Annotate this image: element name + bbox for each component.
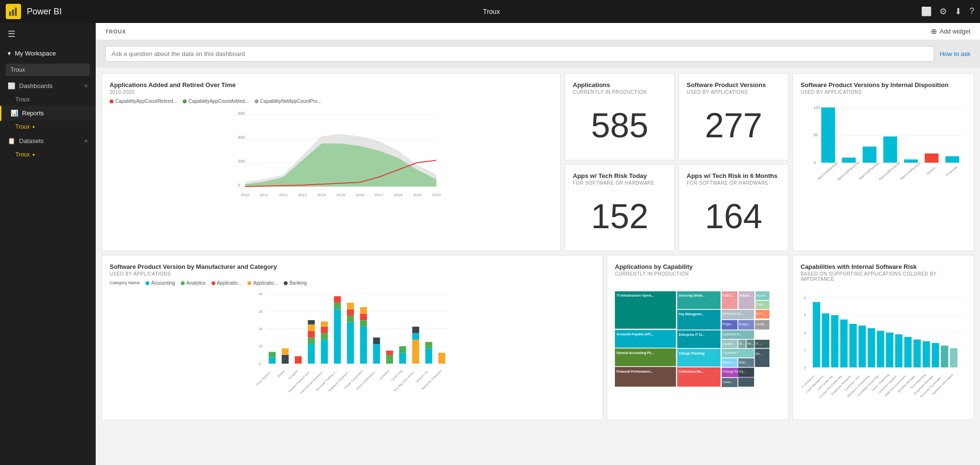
tile-apps-production: Applications CURRENTLY IN PRODUCTION 585 <box>565 73 675 160</box>
power-bi-logo <box>6 4 21 19</box>
add-widget-button[interactable]: ⊕ Add widget <box>931 27 970 36</box>
spv-subtitle: USED BY APPLICATIONS <box>687 89 780 95</box>
svg-rect-86 <box>412 333 419 340</box>
legend-app1-label: Applicatio... <box>217 280 242 286</box>
search-input[interactable] <box>6 64 90 76</box>
svg-text:ApprovedRemove: ApprovedRemove <box>899 161 922 181</box>
report-sub-label: Troux <box>15 123 30 130</box>
svg-rect-70 <box>334 296 341 303</box>
tile-apps-added: Applications Added and Retired Over Time… <box>101 73 561 251</box>
apps-by-cap-title: Applications by Capability <box>615 263 780 270</box>
spv-mfg-legend: Category Name Accounting Analytics Appli… <box>110 280 595 286</box>
spv-disp-subtitle: USED BY APPLICATIONS <box>801 89 966 95</box>
apps-risk6-subtitle: FOR SOFTWARE OR HARDWARE <box>687 180 780 186</box>
sidebar-item-dashboards[interactable]: ⬜ Dashboards + <box>0 78 96 93</box>
qa-bar: How to ask <box>96 40 980 67</box>
svg-text:200: 200 <box>238 159 245 164</box>
svg-rect-56 <box>282 355 289 364</box>
spv-mfg-chart: 40 30 20 10 0 <box>110 288 595 383</box>
svg-text:0: 0 <box>813 160 816 165</box>
sidebar-subitem-troux-dataset[interactable]: Troux ✦ <box>0 148 96 161</box>
svg-rect-185 <box>895 334 902 367</box>
legend-app2: Applicatio... <box>247 280 278 286</box>
svg-rect-81 <box>386 355 393 364</box>
svg-rect-2 <box>15 8 17 16</box>
svg-rect-90 <box>438 353 445 364</box>
download-icon[interactable]: ⬇ <box>955 6 962 17</box>
settings-icon[interactable]: ⚙ <box>939 6 947 17</box>
svg-text:Pay Manageme...: Pay Manageme... <box>679 312 704 316</box>
svg-rect-189 <box>932 343 939 367</box>
sidebar-item-reports[interactable]: 📊 Reports <box>0 106 96 121</box>
svg-text:Globex: Globex <box>277 369 286 378</box>
svg-text:2010: 2010 <box>241 193 249 197</box>
apps-risk-value: 152 <box>573 189 667 243</box>
svg-text:2: 2 <box>804 348 806 352</box>
topbar-icons: ⬜ ⚙ ⬇ ? <box>921 6 974 17</box>
sidebar-subitem-troux-report[interactable]: Troux ✦ <box>0 121 96 133</box>
svg-text:30: 30 <box>259 310 263 314</box>
svg-text:IT ...: IT ... <box>756 342 762 345</box>
legend-retired-label: CapabilityAppCountRetired... <box>115 99 177 104</box>
legend-net-label: CapabilityNetAppCountPro... <box>260 99 322 104</box>
svg-text:2014: 2014 <box>317 193 326 197</box>
svg-rect-30 <box>821 108 835 163</box>
svg-text:2016: 2016 <box>356 193 364 197</box>
legend-dot-app2 <box>247 281 251 285</box>
svg-text:2019: 2019 <box>413 193 422 197</box>
svg-text:Accounts Payable (AP)...: Accounts Payable (AP)... <box>616 332 654 336</box>
svg-text:Adjust...: Adjust... <box>739 294 752 298</box>
apps-prod-subtitle: CURRENTLY IN PRODUCTION <box>573 89 667 95</box>
svg-rect-35 <box>925 154 939 163</box>
svg-text:2011: 2011 <box>260 193 268 197</box>
tile-spv: Software Product Versions USED BY APPLIC… <box>679 73 789 160</box>
topbar: Power BI Troux ⬜ ⚙ ⬇ ? <box>0 0 980 23</box>
add-widget-label: Add widget <box>940 28 970 35</box>
svg-text:50: 50 <box>813 133 818 137</box>
sidebar-item-datasets[interactable]: 📋 Datasets + <box>0 133 96 148</box>
dataset-starred-icon: ✦ <box>32 152 35 157</box>
chevron-down-icon: ▾ <box>8 50 11 57</box>
svg-text:Proposed: Proposed <box>945 165 958 177</box>
category-name-label: Category Name <box>110 280 140 286</box>
how-to-ask-link[interactable]: How to ask <box>940 50 970 57</box>
spv-title: Software Product Versions <box>687 81 780 89</box>
svg-text:2020: 2020 <box>432 193 441 197</box>
add-dashboard-icon[interactable]: + <box>84 82 88 89</box>
row1: Applications Added and Retired Over Time… <box>101 73 974 251</box>
svg-rect-84 <box>399 346 406 353</box>
tile-apps-added-title: Applications Added and Retired Over Time <box>110 81 553 89</box>
fullscreen-icon[interactable]: ⬜ <box>921 6 932 17</box>
svg-rect-71 <box>347 322 354 364</box>
svg-text:Emplo...: Emplo... <box>739 322 751 326</box>
svg-text:20: 20 <box>259 327 263 331</box>
legend-dot-added <box>183 100 187 103</box>
svg-text:Ca...: Ca... <box>739 370 746 373</box>
svg-rect-74 <box>347 303 354 310</box>
qa-input[interactable] <box>105 46 934 62</box>
reports-label: Reports <box>22 110 88 117</box>
svg-rect-57 <box>282 348 289 355</box>
svg-rect-76 <box>360 320 367 327</box>
svg-rect-187 <box>913 340 921 367</box>
svg-text:2018: 2018 <box>394 193 402 197</box>
svg-rect-60 <box>308 338 315 344</box>
apps-added-legend: CapabilityAppCountRetired... CapabilityA… <box>110 99 553 104</box>
svg-rect-34 <box>904 159 918 163</box>
hamburger-menu[interactable]: ☰ <box>0 23 96 45</box>
svg-rect-191 <box>950 348 957 367</box>
sidebar-workspace[interactable]: ▾ My Workspace <box>0 45 96 62</box>
svg-rect-89 <box>425 342 433 349</box>
add-dataset-icon[interactable]: + <box>84 137 88 144</box>
svg-text:Nakatomi Trading C...: Nakatomi Trading C... <box>328 369 351 392</box>
help-icon[interactable]: ? <box>969 6 974 17</box>
add-widget-icon: ⊕ <box>931 27 937 36</box>
svg-text:Financial Performance...: Financial Performance... <box>616 370 653 373</box>
legend-dot-accounting <box>145 281 149 285</box>
svg-rect-178 <box>831 315 838 367</box>
svg-text:Gringotts: Gringotts <box>288 369 299 380</box>
svg-text:Denied: Denied <box>926 166 936 176</box>
svg-rect-36 <box>946 156 959 163</box>
sidebar-subitem-troux-dashboard[interactable]: Troux <box>0 93 96 106</box>
legend-dot-retired <box>110 100 113 103</box>
